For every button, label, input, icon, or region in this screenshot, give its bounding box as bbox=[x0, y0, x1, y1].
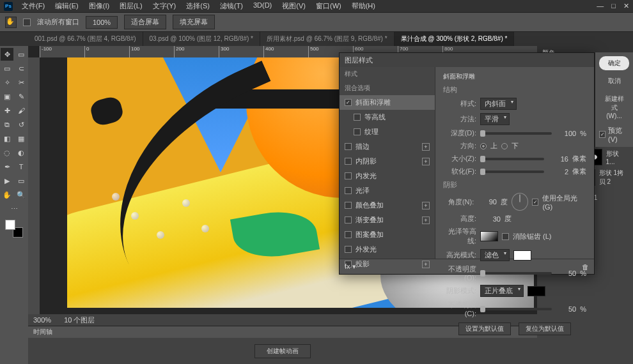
create-frame-button[interactable]: 创建帧动画 bbox=[254, 344, 311, 358]
shape-tool[interactable]: ▭ bbox=[15, 174, 27, 187]
add-effect-icon[interactable]: + bbox=[422, 216, 430, 224]
hand-tool[interactable]: ✋ bbox=[1, 188, 13, 201]
menu-type[interactable]: 文字(Y) bbox=[149, 0, 180, 12]
minimize-icon[interactable]: — bbox=[597, 2, 604, 10]
soften-slider[interactable] bbox=[480, 171, 544, 173]
cancel-button[interactable]: 取消 bbox=[599, 74, 629, 88]
ok-button[interactable]: 确定 bbox=[599, 56, 629, 70]
style-item[interactable]: 纹理 bbox=[340, 125, 435, 139]
zoom-tool[interactable]: 🔍 bbox=[15, 188, 27, 201]
edit-toolbar-icon[interactable]: ⋯ bbox=[8, 202, 20, 215]
style-dropdown[interactable]: 内斜面 bbox=[480, 98, 517, 110]
style-checkbox[interactable] bbox=[345, 216, 352, 224]
style-checkbox[interactable] bbox=[354, 128, 361, 135]
style-item[interactable]: 光泽 bbox=[340, 183, 435, 198]
opacity1-slider[interactable] bbox=[480, 272, 552, 275]
marquee-tool[interactable]: ▭ bbox=[1, 62, 13, 75]
add-effect-icon[interactable]: + bbox=[422, 143, 430, 151]
eraser-tool[interactable]: ◧ bbox=[1, 132, 13, 145]
opacity2-slider[interactable] bbox=[480, 308, 552, 310]
dir-down-radio[interactable] bbox=[501, 143, 508, 149]
menu-image[interactable]: 图像(I) bbox=[85, 0, 113, 12]
opacity2-value[interactable]: 50 bbox=[556, 305, 576, 313]
style-item[interactable]: 外发光 bbox=[340, 242, 435, 257]
style-checkbox[interactable] bbox=[345, 143, 352, 150]
dialog-title[interactable]: 图层样式 bbox=[340, 53, 594, 67]
menu-file[interactable]: 文件(F) bbox=[18, 0, 49, 12]
menu-filter[interactable]: 滤镜(T) bbox=[216, 0, 247, 12]
dir-up-radio[interactable] bbox=[480, 143, 487, 149]
tab-doc-0[interactable]: 001.psd @ 66.7% (图层 4, RGB/8#) bbox=[28, 32, 143, 46]
soften-value[interactable]: 2 bbox=[548, 168, 568, 176]
trash-icon[interactable]: 🗑 bbox=[582, 263, 589, 271]
color-swatches[interactable] bbox=[5, 220, 23, 238]
add-effect-icon[interactable]: + bbox=[422, 202, 430, 209]
history-brush-tool[interactable]: ↺ bbox=[15, 118, 27, 131]
tab-doc-3[interactable]: 果汁合成 @ 300% (形状 2, RGB/8#) * bbox=[395, 32, 515, 46]
highlight-color[interactable] bbox=[513, 250, 531, 261]
style-checkbox[interactable] bbox=[345, 158, 352, 165]
gloss-contour[interactable] bbox=[480, 231, 498, 241]
blur-tool[interactable]: ◌ bbox=[1, 146, 13, 159]
close-icon[interactable]: ✕ bbox=[623, 2, 629, 10]
highlight-dropdown[interactable]: 滤色 bbox=[480, 249, 510, 261]
style-item[interactable]: 颜色叠加+ bbox=[340, 198, 435, 213]
stamp-tool[interactable]: ⧉ bbox=[1, 118, 13, 131]
tab-doc-1[interactable]: 03.psd @ 100% (图层 12, RGB/8#) * bbox=[143, 32, 260, 46]
menu-layer[interactable]: 图层(L) bbox=[116, 0, 146, 12]
gradient-tool[interactable]: ▦ bbox=[15, 132, 27, 145]
menu-3d[interactable]: 3D(D) bbox=[249, 0, 276, 12]
brush-tool[interactable]: 🖌 bbox=[15, 104, 27, 117]
path-select-tool[interactable]: ▶ bbox=[1, 174, 13, 187]
menu-help[interactable]: 帮助(H) bbox=[348, 0, 379, 12]
lasso-tool[interactable]: ⊂ bbox=[15, 62, 27, 75]
menu-edit[interactable]: 编辑(E) bbox=[51, 0, 82, 12]
style-item[interactable]: 斜面和浮雕 bbox=[340, 95, 435, 110]
technique-dropdown[interactable]: 平滑 bbox=[480, 113, 510, 125]
fx-icon[interactable]: fx ▾ bbox=[345, 262, 356, 271]
dodge-tool[interactable]: ◐ bbox=[15, 146, 27, 159]
add-effect-icon[interactable]: + bbox=[422, 158, 430, 165]
opacity1-value[interactable]: 50 bbox=[556, 269, 576, 277]
blend-header[interactable]: 混合选项 bbox=[340, 81, 435, 95]
style-item[interactable]: 内阴影+ bbox=[340, 154, 435, 169]
tab-doc-2[interactable]: 所用素材.psd @ 66.7% (图层 9, RGB/8#) * bbox=[260, 32, 395, 46]
altitude-value[interactable]: 30 bbox=[480, 215, 501, 223]
style-item[interactable]: 图案叠加 bbox=[340, 227, 435, 242]
menu-view[interactable]: 视图(V) bbox=[278, 0, 309, 12]
style-item[interactable]: 描边+ bbox=[340, 139, 435, 154]
menu-window[interactable]: 窗口(W) bbox=[312, 0, 345, 12]
reset-default-button[interactable]: 复位为默认值 bbox=[519, 322, 571, 335]
style-item[interactable]: 等高线 bbox=[340, 110, 435, 125]
style-item[interactable]: 渐变叠加+ bbox=[340, 213, 435, 227]
shadow-dropdown[interactable]: 正片叠底 bbox=[480, 285, 524, 297]
style-checkbox[interactable] bbox=[345, 172, 352, 179]
style-checkbox[interactable] bbox=[345, 187, 352, 194]
global-light-checkbox[interactable] bbox=[532, 199, 538, 206]
maximize-icon[interactable]: □ bbox=[611, 2, 616, 10]
style-checkbox[interactable] bbox=[345, 202, 352, 209]
artboard-tool[interactable]: ▭ bbox=[15, 48, 27, 61]
size-value[interactable]: 16 bbox=[548, 155, 568, 163]
zoom-100-button[interactable]: 100% bbox=[86, 16, 118, 29]
wand-tool[interactable]: ✧ bbox=[1, 76, 13, 89]
angle-dial[interactable] bbox=[512, 193, 528, 211]
fill-screen-button[interactable]: 填充屏幕 bbox=[173, 15, 215, 29]
healing-tool[interactable]: ✚ bbox=[1, 104, 13, 117]
antialias-checkbox[interactable] bbox=[502, 233, 509, 240]
style-checkbox[interactable] bbox=[345, 231, 352, 238]
fit-screen-button[interactable]: 适合屏幕 bbox=[124, 15, 166, 29]
menu-select[interactable]: 选择(S) bbox=[182, 0, 214, 12]
style-checkbox[interactable] bbox=[345, 99, 352, 106]
crop-tool[interactable]: ✂ bbox=[15, 76, 27, 89]
scroll-all-checkbox[interactable] bbox=[23, 19, 31, 26]
angle-value[interactable]: 90 bbox=[478, 198, 497, 206]
shadow-color[interactable] bbox=[528, 286, 545, 296]
style-item[interactable]: 内发光 bbox=[340, 169, 435, 183]
depth-value[interactable]: 100 bbox=[556, 130, 576, 137]
add-effect-icon[interactable]: + bbox=[422, 261, 430, 268]
preview-checkbox[interactable] bbox=[599, 131, 606, 138]
set-default-button[interactable]: 设置为默认值 bbox=[458, 322, 511, 335]
type-tool[interactable]: T bbox=[15, 160, 27, 173]
frame-tool[interactable]: ▣ bbox=[1, 90, 13, 103]
